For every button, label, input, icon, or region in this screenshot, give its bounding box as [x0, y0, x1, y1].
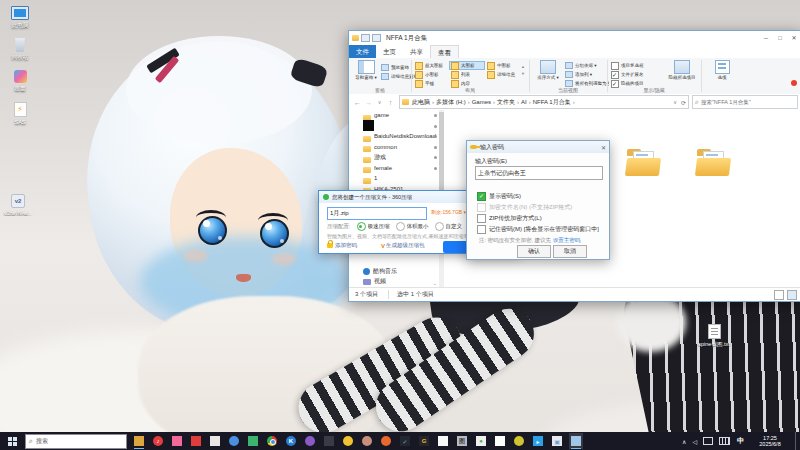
ime-indicator[interactable]: 中	[737, 436, 744, 446]
up-button[interactable]: ↑	[385, 99, 396, 106]
purple-app-icon[interactable]	[303, 433, 317, 449]
quick-access-dropdown-icon[interactable]	[372, 34, 381, 42]
game-avatar-icon[interactable]	[322, 433, 336, 449]
show-password-checkbox[interactable]: 显示密码(S)	[477, 192, 599, 201]
nav-folder-item[interactable]: BaiduNetdiskDownload	[349, 131, 445, 142]
nav-folder-item[interactable]: 游戏	[349, 152, 445, 163]
back-button[interactable]: ←	[352, 99, 363, 106]
duck-app-icon[interactable]	[341, 433, 355, 449]
clock[interactable]: 17:25 2025/6/8	[753, 435, 787, 447]
dialog-close-icon[interactable]: ✕	[601, 144, 606, 151]
file-extensions-toggle[interactable]: 文件扩展名	[611, 70, 661, 79]
tray-chevron-icon[interactable]: ∧	[682, 438, 686, 445]
orange-app-icon[interactable]	[379, 433, 393, 449]
frame-app-icon[interactable]: 图	[455, 433, 469, 449]
breadcrumb-segment[interactable]: Games	[472, 99, 497, 105]
desktop-icon-chaoxing[interactable]: 超星	[2, 70, 38, 91]
tab-view[interactable]: 查看	[430, 45, 459, 58]
compression-mode-radio[interactable]: 自定义	[435, 222, 463, 231]
refresh-icon[interactable]: ⟳	[681, 99, 686, 106]
nav-folder-item[interactable]: game	[349, 110, 445, 121]
folder-tile[interactable]	[617, 143, 669, 201]
layout-option[interactable]: 超大图标	[413, 61, 449, 70]
music-app-icon[interactable]: ♪	[151, 433, 165, 449]
notepad-icon[interactable]	[436, 433, 450, 449]
desktop-icon-sas[interactable]: ⚡ SAS	[2, 102, 38, 125]
volume-icon[interactable]: ◁	[692, 438, 697, 445]
chat-dev-icon[interactable]: ●	[474, 433, 488, 449]
tab-share[interactable]: 共享	[403, 45, 430, 58]
nav-library-item[interactable]: 酷狗音乐	[349, 266, 445, 277]
layout-option[interactable]: 大图标	[449, 61, 485, 70]
doc-app-icon[interactable]	[493, 433, 507, 449]
tab-home[interactable]: 主页	[376, 45, 403, 58]
nav-library-item[interactable]: 视频	[349, 277, 445, 288]
thumbnail-view-toggle-icon[interactable]	[787, 290, 797, 300]
red-app-icon[interactable]	[189, 433, 203, 449]
address-box[interactable]: 此电脑多媒体 (H:)Games文件夹AINFFA 1月合集 ∨ ⟳	[399, 95, 689, 109]
desktop-icon-v2rayn[interactable]: v2 v2rayN-w...	[0, 194, 36, 216]
image-viewer-icon[interactable]: ▣	[550, 433, 564, 449]
pink-app-icon[interactable]	[170, 433, 184, 449]
bird-app-icon[interactable]: ▸	[531, 433, 545, 449]
remember-password-checkbox[interactable]: 记住密码(M) [将会显示在管理密码窗口中]	[477, 225, 599, 234]
group-by-button[interactable]: 分组依据 ▾	[565, 61, 609, 70]
hide-selected-button[interactable]: 隐藏所选项目	[665, 60, 699, 80]
minimize-button[interactable]: ─	[759, 31, 773, 45]
super-zip-link[interactable]: V 生成超级压缩包	[381, 242, 425, 249]
chrome-icon[interactable]	[265, 433, 279, 449]
password-input[interactable]: 上条书记仍由各王	[475, 166, 603, 180]
blue-app-icon[interactable]	[227, 433, 241, 449]
nav-folder-item[interactable]: female	[349, 163, 445, 174]
desktop-icon-recycle-bin[interactable]: 回收站	[2, 38, 38, 60]
search-input[interactable]: ⌕ 搜索"NFFA 1月合集"	[692, 95, 798, 109]
k-app-icon[interactable]: K	[284, 433, 298, 449]
item-checkboxes-toggle[interactable]: 项目复选框	[611, 61, 661, 70]
recent-locations-icon[interactable]: ∨	[374, 99, 385, 105]
notes-app-icon[interactable]	[208, 433, 222, 449]
close-button[interactable]: ✕	[787, 31, 800, 45]
compression-mode-radio[interactable]: 极速压缩	[357, 222, 390, 231]
details-view-toggle-icon[interactable]	[774, 290, 784, 300]
nav-folder-item[interactable]	[349, 121, 445, 132]
green-app-icon[interactable]	[246, 433, 260, 449]
layout-option[interactable]: 小图标	[413, 70, 449, 79]
avatar-app-icon[interactable]	[360, 433, 374, 449]
forward-button[interactable]: →	[363, 99, 374, 106]
thunder-app-icon[interactable]: ✓	[398, 433, 412, 449]
layout-option[interactable]: 列表	[449, 70, 485, 79]
nav-folder-item[interactable]: 1	[349, 173, 445, 184]
set-master-password-link[interactable]: 设置主密码	[553, 237, 581, 243]
desktop-icon-this-pc[interactable]: 此电脑	[2, 6, 38, 28]
archive-name-input[interactable]: 1月.zip	[327, 207, 427, 220]
nav-scroll-down-icon[interactable]: ⌄	[433, 280, 437, 286]
folder-tile[interactable]	[687, 143, 739, 201]
layout-scroll-arrows[interactable]: ▲▼	[521, 63, 525, 77]
ok-button[interactable]: 确认	[517, 245, 551, 258]
compression-mode-radio[interactable]: 体积最小	[396, 222, 429, 231]
zip-legacy-checkbox[interactable]: ZIP传统加密方式(L)	[477, 214, 599, 223]
taskbar-search-input[interactable]: ⌕ 搜索	[25, 434, 127, 449]
sort-by-button[interactable]: 排序方式 ▾	[533, 60, 563, 80]
globe-app-icon[interactable]	[512, 433, 526, 449]
layout-option[interactable]: 中图标	[485, 61, 521, 70]
nav-folder-item[interactable]: common	[349, 142, 445, 153]
desktop-icon-spine-txt[interactable]: spine截图.txt	[696, 324, 732, 347]
breadcrumb-segment[interactable]: 此电脑	[412, 98, 436, 107]
add-columns-button[interactable]: 添加列 ▾	[565, 70, 609, 79]
layout-option[interactable]: 详细信息	[485, 70, 521, 79]
address-dropdown-icon[interactable]: ∨	[673, 99, 677, 105]
cancel-button[interactable]: 取消	[553, 245, 587, 258]
password-dialog-titlebar[interactable]: 输入密码 ✕	[467, 141, 609, 153]
add-password-link[interactable]: 添加密码	[327, 242, 357, 249]
title-bar[interactable]: NFFA 1月合集 ─ □ ✕	[349, 31, 800, 45]
quick-access-toolbar-icon[interactable]	[361, 34, 370, 42]
breadcrumb-segment[interactable]: NFFA 1月合集	[533, 98, 577, 107]
touch-keyboard-icon[interactable]	[719, 437, 730, 445]
tab-file[interactable]: 文件	[349, 45, 376, 58]
start-button[interactable]	[0, 432, 24, 450]
maximize-button[interactable]: □	[773, 31, 787, 45]
breadcrumb-segment[interactable]: 多媒体 (H:)	[436, 98, 472, 107]
breadcrumb-segment[interactable]: AI	[521, 99, 533, 105]
free-space-label[interactable]: 剩余:156.7GB ▾	[431, 209, 466, 215]
